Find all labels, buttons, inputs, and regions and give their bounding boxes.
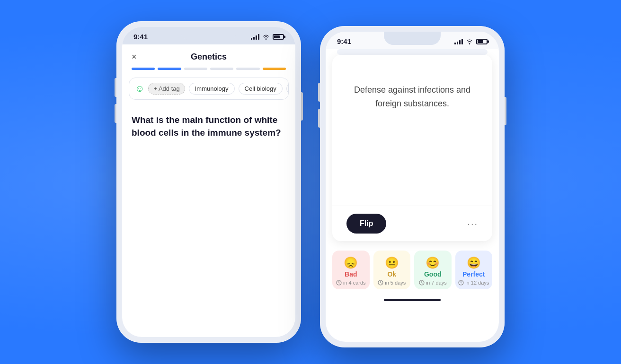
- progress-bar-3: [184, 68, 207, 70]
- card-stack: Defense against infections and foreign s…: [332, 49, 492, 241]
- perfect-emoji: 😄: [467, 257, 481, 269]
- app-title: Genetics: [191, 52, 227, 62]
- progress-bar-2: [158, 68, 181, 70]
- close-button[interactable]: ×: [132, 52, 137, 62]
- tag-cell-biology[interactable]: Cell biology: [239, 83, 283, 95]
- good-label: Good: [424, 270, 442, 278]
- rating-good-button[interactable]: 😊 Good in 7 days: [414, 251, 452, 289]
- notch-1: [180, 27, 237, 40]
- phone-2: 9:41: [320, 26, 505, 347]
- battery-icon-2: [476, 39, 488, 44]
- good-emoji: 😊: [426, 257, 440, 269]
- wifi-icon-1: [262, 34, 270, 40]
- signal-bars-1: [251, 34, 259, 40]
- rating-ok-button[interactable]: 😐 Ok in 5 days: [373, 251, 411, 289]
- ok-time: in 5 days: [378, 280, 406, 286]
- ok-emoji: 😐: [385, 257, 399, 269]
- battery-fill-2: [478, 40, 483, 43]
- smile-icon: ☺: [135, 83, 144, 94]
- clock-icon-good: [419, 280, 425, 286]
- tag-immunology[interactable]: Immunology: [189, 83, 235, 95]
- phones-container: 9:41 ×: [116, 17, 505, 347]
- rating-area: 😞 Bad in 4 cards 😐 Ok in 5 days: [326, 241, 499, 297]
- progress-bar-5: [236, 68, 259, 70]
- bad-time: in 4 cards: [336, 280, 366, 286]
- card-main: Defense against infections and foreign s…: [332, 55, 492, 241]
- card-back: [337, 49, 488, 55]
- phone-1: 9:41 ×: [116, 21, 301, 343]
- clock-icon-bad: [336, 280, 342, 286]
- clock-icon-ok: [378, 280, 383, 286]
- signal-bars-2: [454, 39, 463, 44]
- progress-bars: [122, 68, 295, 78]
- status-icons-1: [251, 34, 284, 40]
- add-tag-button[interactable]: + Add tag: [148, 83, 185, 95]
- more-button[interactable]: ···: [467, 218, 478, 229]
- battery-icon-1: [273, 34, 284, 40]
- progress-bar-6: [263, 68, 286, 70]
- phone-1-inner: 9:41 ×: [122, 27, 295, 337]
- progress-bar-1: [132, 68, 155, 70]
- status-time-2: 9:41: [337, 37, 351, 45]
- bad-emoji: 😞: [344, 257, 358, 269]
- tag-more[interactable]: M...: [286, 83, 289, 95]
- bad-label: Bad: [345, 270, 357, 278]
- app-header: × Genetics: [122, 44, 295, 68]
- good-time: in 7 days: [419, 280, 447, 286]
- progress-bar-4: [210, 68, 233, 70]
- card-question: What is the main function of white blood…: [122, 100, 295, 148]
- home-indicator-2: [384, 299, 441, 301]
- perfect-label: Perfect: [462, 270, 485, 278]
- tags-area: ☺ + Add tag Immunology Cell biology M...: [129, 78, 289, 100]
- flip-button[interactable]: Flip: [346, 214, 386, 234]
- clock-icon-perfect: [458, 280, 464, 286]
- wifi-icon-2: [466, 38, 473, 45]
- rating-perfect-button[interactable]: 😄 Perfect in 12 days: [455, 251, 493, 289]
- card-answer: Defense against infections and foreign s…: [332, 55, 492, 206]
- ok-label: Ok: [387, 270, 396, 278]
- battery-fill-1: [274, 35, 280, 38]
- perfect-time: in 12 days: [458, 280, 489, 286]
- notch-2: [384, 32, 441, 45]
- status-icons-2: [454, 38, 488, 45]
- card-actions: Flip ···: [332, 206, 492, 241]
- status-time-1: 9:41: [133, 33, 148, 41]
- phone-2-inner: 9:41: [326, 32, 499, 342]
- rating-bad-button[interactable]: 😞 Bad in 4 cards: [332, 251, 370, 289]
